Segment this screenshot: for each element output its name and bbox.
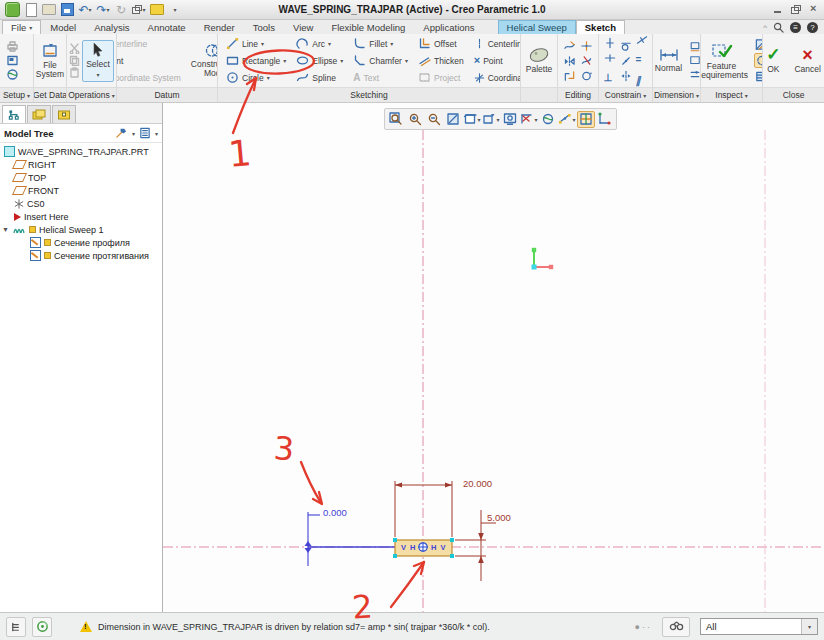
tree-item-front[interactable]: FRONT [0,184,162,197]
browser-toggle-button[interactable] [32,617,52,637]
feature-requirements-button[interactable]: FeatureRequirements [701,41,751,81]
tab-annotate[interactable]: Annotate [139,20,195,34]
spline-button[interactable]: Spline [294,70,345,86]
close-window-button[interactable] [150,2,164,18]
palette-button[interactable]: Palette [523,46,555,75]
construction-mode-button[interactable]: ConstructionMode [188,42,217,79]
thicken-button[interactable]: Thicken [416,53,466,69]
tab-view[interactable]: View [284,20,322,34]
tree-settings-caret-icon[interactable] [132,130,135,137]
tab-applications[interactable]: Applications [414,20,483,34]
coordinate-system-marker[interactable] [532,248,554,270]
selection-filter-dropdown[interactable]: All [700,618,818,635]
modify-icon[interactable] [563,40,576,52]
offset-button[interactable]: Offset [416,36,466,52]
file-system-button[interactable]: FileSystem [34,42,66,80]
search-icon[interactable] [773,22,784,33]
tree-item-insert-here[interactable]: Insert Here [0,210,162,223]
reference-dimension-icon[interactable] [689,69,700,80]
tab-helical-sweep[interactable]: Helical Sweep [498,20,576,34]
vertical-constraint-icon[interactable] [604,37,616,49]
tree-item-section-sweep[interactable]: Сечение протягивания [0,249,162,262]
redo-button[interactable]: ↷ [96,2,110,18]
tree-item-right[interactable]: RIGHT [0,158,162,171]
rectangle-button[interactable]: Rectangle [224,53,288,69]
corner-icon[interactable] [563,70,576,82]
print-icon[interactable] [6,40,19,53]
tangent-constraint-icon[interactable] [620,40,632,52]
minimize-ribbon-icon[interactable]: ^ [763,23,767,32]
perimeter-dimension-icon[interactable] [689,41,700,52]
tab-sketch[interactable]: Sketch [576,20,625,34]
datum-point-button[interactable]: Point [117,53,183,69]
tree-settings-icon[interactable] [115,127,128,139]
tree-item-section-profile[interactable]: Сечение профиля [0,236,162,249]
divide-icon[interactable] [580,40,593,52]
expander-icon[interactable] [2,226,10,233]
tab-tools[interactable]: Tools [244,20,284,34]
circle-button[interactable]: Circle [224,70,288,86]
cancel-button[interactable]: Cancel [791,46,823,75]
parallel-constraint-icon[interactable]: ∥ [636,70,648,88]
group-label-setup[interactable]: Setup [0,87,33,102]
tab-analysis[interactable]: Analysis [85,20,138,34]
midpoint-constraint-icon[interactable] [636,34,648,46]
ellipse-button[interactable]: Ellipse [294,53,345,69]
coincident-constraint-icon[interactable] [620,55,632,67]
arc-button[interactable]: Arc [294,36,345,52]
group-label-dimension[interactable]: Dimension [653,87,700,102]
group-label-constrain[interactable]: Constrain [599,87,652,102]
normal-dimension-button[interactable]: Normal [653,47,685,74]
line-button[interactable]: Line [224,36,288,52]
customize-qat-button[interactable] [168,2,182,18]
minimize-button[interactable] [773,5,783,14]
selected-dimension-leader[interactable] [305,512,321,566]
group-label-inspect[interactable]: Inspect [701,87,762,102]
selected-dimension-value[interactable]: 0.000 [323,507,347,518]
sketch-centerline-button[interactable]: Centerline [472,36,520,52]
regenerate-button[interactable]: ↻ [114,2,128,18]
tree-item-cs0[interactable]: CS0 [0,197,162,210]
width-dimension-value[interactable]: 20.000 [463,478,492,489]
folder-browser-tab[interactable] [27,105,51,123]
community-icon[interactable]: ≡ [790,22,801,33]
help-icon[interactable]: ? [807,22,818,33]
sketch-canvas[interactable]: 20.000 5.000 0.000 VH HV [163,103,824,612]
tab-render[interactable]: Render [195,20,244,34]
close-button[interactable] [809,5,819,14]
find-button[interactable] [662,617,690,637]
navigator-toggle-button[interactable] [6,617,26,637]
horizontal-constraint-icon[interactable] [604,52,616,64]
symmetric-constraint-icon[interactable] [620,70,632,82]
delete-segment-icon[interactable] [580,55,593,67]
new-file-button[interactable] [24,2,38,18]
chamfer-button[interactable]: Chamfer [351,53,410,69]
group-label-operations[interactable]: Operations [67,87,116,102]
model-tree-tab[interactable] [2,105,26,123]
sketch-point-button[interactable]: Point [472,53,520,69]
filter-caret-button[interactable] [801,619,817,634]
tree-display-icon[interactable] [139,127,151,139]
highlight-open-ends-icon[interactable] [754,53,762,68]
favorites-tab[interactable] [52,105,76,123]
undo-button[interactable]: ↶ [78,2,92,18]
mirror-icon[interactable] [563,55,576,67]
tree-item-top[interactable]: TOP [0,171,162,184]
fillet-button[interactable]: Fillet [351,36,410,52]
ok-button[interactable]: OK [763,46,783,75]
model-display-icon[interactable] [6,54,19,67]
system-colors-icon[interactable] [6,68,19,81]
perpendicular-constraint-icon[interactable]: ⊥ [604,67,616,85]
equal-constraint-icon[interactable]: = [636,49,648,67]
rotate-resize-icon[interactable] [580,70,593,82]
open-file-button[interactable] [42,2,56,18]
tab-model[interactable]: Model [41,20,85,34]
tree-item-helical-sweep[interactable]: Helical Sweep 1 [0,223,162,236]
tab-flexible-modeling[interactable]: Flexible Modeling [322,20,414,34]
shade-closed-loops-icon[interactable] [754,70,762,83]
tab-file[interactable]: File [2,20,41,34]
sketch-coordinate-system-button[interactable]: Coordinate System [472,70,520,86]
height-dimension-value[interactable]: 5.000 [487,512,511,523]
overlapping-geometry-icon[interactable] [754,38,762,51]
save-button[interactable] [60,2,74,18]
